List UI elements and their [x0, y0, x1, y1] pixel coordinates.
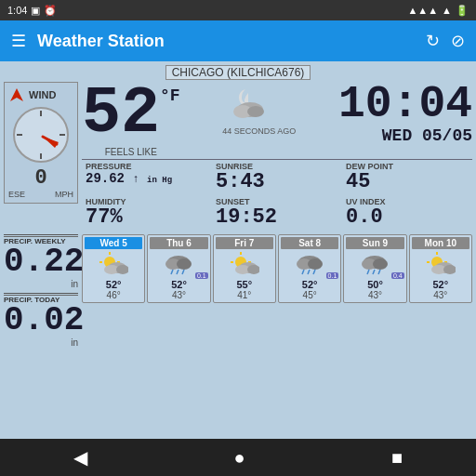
- date-display: WED 05/05: [382, 126, 472, 145]
- refresh-icon[interactable]: ↻: [426, 31, 440, 51]
- forecast-icon: [412, 251, 469, 279]
- current-weather-icon: 44 SECONDS AGO: [222, 86, 296, 136]
- status-right: ▲▲▲ ▲ 🔋: [407, 5, 469, 17]
- top-section: WIND 0 ESE MPH: [4, 82, 472, 231]
- humidity-block: HUMIDITY 77%: [82, 195, 212, 231]
- station-name: CHICAGO (KILCHICA676): [165, 65, 311, 80]
- forecast-low: 43°: [346, 290, 403, 300]
- precip-badge: 0.1: [195, 272, 208, 279]
- wifi-icon: ▲: [442, 5, 452, 16]
- wind-compass: [13, 107, 69, 163]
- uvindex-block: UV INDEX 0.0: [342, 195, 472, 231]
- svg-point-30: [308, 258, 323, 270]
- uvindex-value: 0.0: [346, 206, 469, 229]
- svg-line-33: [313, 270, 315, 274]
- forecast-low: 46°: [85, 290, 142, 300]
- pressure-block: PRESSURE 29.62 ↑ in Hg: [82, 160, 212, 195]
- forecast-icon: 0.1: [150, 251, 207, 279]
- precip-badge: 0.1: [326, 272, 339, 279]
- forecast-low: 43°: [150, 290, 207, 300]
- svg-line-38: [373, 270, 375, 274]
- last-update: 44 SECONDS AGO: [222, 126, 296, 136]
- compass-arrow-svg: [15, 109, 71, 165]
- metrics-grid: PRESSURE 29.62 ↑ in Hg SUNRISE 5:43 DEW …: [82, 159, 472, 231]
- top-bar: ☰ Weather Station ↻ ⊘: [0, 20, 476, 61]
- forecast-day-label: Wed 5: [85, 237, 142, 249]
- forecast-low: 45°: [281, 290, 338, 300]
- temp-unit: °F: [160, 87, 180, 104]
- precip-badge: 0.4: [391, 272, 404, 279]
- forecast-high: 50°: [346, 279, 403, 290]
- forecast-day-label: Mon 10: [412, 237, 469, 249]
- precip-today-value: 0.02: [4, 304, 78, 337]
- sunrise-block: SUNRISE 5:43: [212, 160, 342, 195]
- svg-point-36: [373, 258, 388, 270]
- forecast-high: 52°: [281, 279, 338, 290]
- precip-column: PRECIP. WEEKLY 0.22 in PRECIP. TODAY 0.0…: [4, 234, 78, 348]
- bottom-section: PRECIP. WEEKLY 0.22 in PRECIP. TODAY 0.0…: [4, 234, 472, 348]
- precip-today-unit: in: [4, 337, 78, 348]
- wind-dir-speed: ESE MPH: [8, 190, 73, 199]
- forecast-day: Sun 9 0.450°43°: [343, 234, 406, 303]
- battery-icon: 🔋: [456, 5, 469, 17]
- forecast-low: 43°: [412, 290, 469, 300]
- offline-icon[interactable]: ⊘: [451, 31, 465, 51]
- signal-icon: ▲▲▲: [407, 5, 438, 16]
- sunset-value: 19:52: [216, 206, 338, 229]
- precip-weekly-value: 0.22: [4, 245, 78, 279]
- status-time: 1:04: [7, 5, 27, 16]
- dewpoint-block: DEW POINT 45: [342, 160, 472, 195]
- time-display: 10:04: [338, 82, 472, 126]
- forecast-day-label: Sun 9: [346, 237, 403, 249]
- forecast-high: 55°: [216, 279, 273, 290]
- sim-icon: ▣: [31, 5, 40, 17]
- humidity-value: 77%: [86, 206, 208, 229]
- svg-marker-0: [10, 88, 23, 101]
- svg-line-39: [378, 270, 380, 274]
- temp-value: 52: [82, 82, 160, 147]
- forecast-day-label: Fri 7: [216, 237, 273, 249]
- forecast-icon: 0.4: [346, 251, 403, 279]
- precip-weekly-section: PRECIP. WEEKLY 0.22 in: [4, 234, 78, 289]
- precip-weekly-unit: in: [4, 279, 78, 289]
- precip-today-section: PRECIP. TODAY 0.02 in: [4, 293, 78, 348]
- forecast-icon: [85, 251, 142, 279]
- sunset-block: SUNSET 19:52: [212, 195, 342, 231]
- forecast-icon: [216, 251, 273, 279]
- weather-icon-svg: [222, 86, 269, 123]
- forecast-high: 52°: [412, 279, 469, 290]
- home-button[interactable]: ●: [233, 447, 245, 469]
- temp-time-row: 52 °F FEELS LIKE 44 SECONDS A: [82, 82, 472, 157]
- wind-label: WIND: [8, 86, 73, 103]
- forecast-day-label: Thu 6: [150, 237, 207, 249]
- svg-line-31: [302, 270, 304, 274]
- pressure-label: PRESSURE: [86, 162, 208, 171]
- status-bar: 1:04 ▣ ⏰ ▲▲▲ ▲ 🔋: [0, 0, 476, 20]
- recent-button[interactable]: ■: [391, 447, 403, 469]
- wind-direction: ESE: [8, 190, 25, 199]
- forecast-section: Wed 5 52°46°Thu 6 0.152°43°Fri 7: [82, 234, 472, 348]
- menu-icon[interactable]: ☰: [11, 31, 26, 51]
- svg-point-5: [247, 106, 264, 117]
- forecast-low: 41°: [216, 290, 273, 300]
- forecast-high: 52°: [85, 279, 142, 290]
- svg-line-32: [308, 270, 310, 274]
- forecast-day-label: Sat 8: [281, 237, 338, 249]
- svg-marker-2: [43, 137, 59, 148]
- forecast-row: Wed 5 52°46°Thu 6 0.152°43°Fri 7: [82, 234, 472, 303]
- svg-line-19: [182, 270, 184, 274]
- forecast-day: Thu 6 0.152°43°: [147, 234, 210, 303]
- main-content: CHICAGO (KILCHICA676) WIND: [0, 61, 476, 439]
- forecast-icon: 0.1: [281, 251, 338, 279]
- svg-line-18: [177, 270, 178, 274]
- forecast-day: Wed 5 52°46°: [82, 234, 145, 303]
- wind-unit: MPH: [55, 190, 73, 199]
- temp-block: 52 °F FEELS LIKE: [82, 82, 180, 157]
- svg-point-16: [177, 258, 192, 270]
- back-button[interactable]: ◀: [73, 446, 87, 469]
- dewpoint-value: 45: [346, 171, 469, 193]
- forecast-high: 52°: [150, 279, 207, 290]
- time-section: 10:04 WED 05/05: [338, 82, 472, 145]
- center-panel: 52 °F FEELS LIKE 44 SECONDS A: [82, 82, 472, 231]
- temperature-display: 52 °F: [82, 82, 180, 147]
